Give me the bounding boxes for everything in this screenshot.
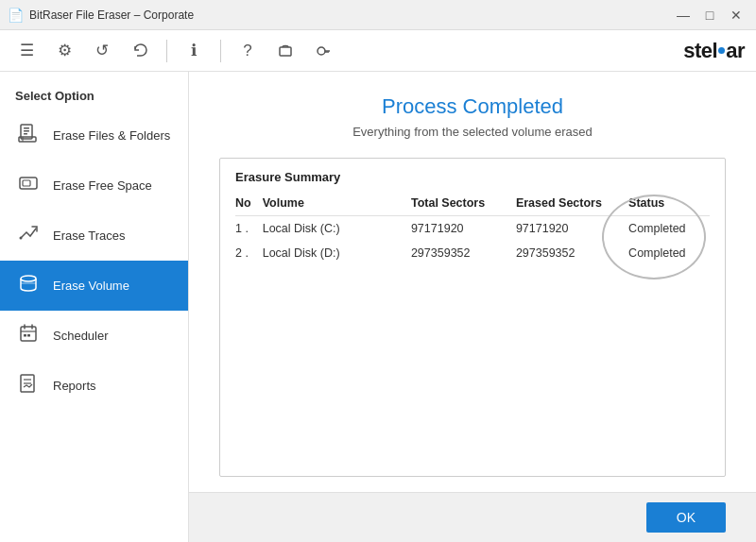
ok-button[interactable]: OK xyxy=(646,502,726,533)
brand-logo: stelar xyxy=(683,39,745,63)
sidebar-item-erase-traces[interactable]: Erase Traces xyxy=(0,211,188,261)
sidebar-item-label-erase-traces: Erase Traces xyxy=(53,229,126,243)
svg-rect-13 xyxy=(21,327,36,341)
title-bar: 📄 BitRaser File Eraser – Corporate — □ ✕ xyxy=(0,0,756,30)
reports-icon xyxy=(15,372,42,399)
svg-point-11 xyxy=(21,276,36,281)
sidebar-item-label-erase-files: Erase Files & Folders xyxy=(53,128,170,143)
svg-point-1 xyxy=(318,47,325,55)
key-button[interactable] xyxy=(308,36,338,66)
toolbar-separator-2 xyxy=(220,40,221,62)
erase-free-space-icon xyxy=(15,172,42,199)
title-bar-left: 📄 BitRaser File Eraser – Corporate xyxy=(8,8,194,23)
minimize-button[interactable]: — xyxy=(671,5,696,25)
svg-rect-0 xyxy=(280,47,291,56)
erasure-summary-title: Erasure Summary xyxy=(235,170,710,184)
svg-rect-3 xyxy=(24,127,29,129)
cell-total-0: 97171920 xyxy=(411,216,516,242)
col-header-erased: Erased Sectors xyxy=(516,194,628,216)
svg-rect-5 xyxy=(24,133,27,135)
key-icon xyxy=(315,42,332,59)
erase-volume-icon xyxy=(15,272,42,299)
maximize-button[interactable]: □ xyxy=(697,5,722,25)
cell-no-0: 1 . xyxy=(235,216,263,242)
settings-button[interactable]: ⚙ xyxy=(49,36,79,66)
sidebar-item-erase-free-space[interactable]: Erase Free Space xyxy=(0,161,188,211)
erasure-table: No Volume Total Sectors Erased Sectors S… xyxy=(235,194,710,265)
scheduler-icon xyxy=(15,322,42,349)
hamburger-button[interactable]: ☰ xyxy=(11,36,42,66)
info-button[interactable]: ℹ xyxy=(179,36,209,66)
svg-rect-17 xyxy=(24,334,26,337)
table-row: 1 . Local Disk (C:) 97171920 97171920 Co… xyxy=(235,216,710,242)
cell-no-1: 2 . xyxy=(235,241,263,265)
sidebar-item-label-erase-volume: Erase Volume xyxy=(53,279,129,293)
refresh-button[interactable]: ↺ xyxy=(87,36,117,66)
cell-total-1: 297359352 xyxy=(411,241,516,265)
brand-dot xyxy=(718,47,725,54)
main-layout: Select Option Erase Files & Folders xyxy=(0,72,756,542)
cart-icon xyxy=(277,42,294,59)
toolbar: ☰ ⚙ ↺ ℹ ? stelar xyxy=(0,30,756,72)
footer: OK xyxy=(189,492,756,542)
svg-rect-9 xyxy=(23,180,30,186)
content-area: Process Completed Everything from the se… xyxy=(189,72,756,542)
svg-rect-4 xyxy=(24,130,29,132)
cell-volume-0: Local Disk (C:) xyxy=(263,216,411,242)
title-bar-controls: — □ ✕ xyxy=(671,5,748,25)
erase-files-icon xyxy=(15,122,42,149)
svg-point-10 xyxy=(20,237,23,240)
sidebar-section-label: Select Option xyxy=(0,79,188,110)
table-header-row: No Volume Total Sectors Erased Sectors S… xyxy=(235,194,710,216)
col-header-total: Total Sectors xyxy=(411,194,516,216)
app-icon: 📄 xyxy=(8,8,24,23)
erase-traces-icon xyxy=(15,222,42,249)
cell-volume-1: Local Disk (D:) xyxy=(263,241,411,265)
sidebar-item-label-scheduler: Scheduler xyxy=(53,329,109,343)
cell-status-1: Completed xyxy=(628,241,710,265)
sidebar: Select Option Erase Files & Folders xyxy=(0,72,189,542)
sidebar-item-reports[interactable]: Reports xyxy=(0,361,188,411)
table-row: 2 . Local Disk (D:) 297359352 297359352 … xyxy=(235,241,710,265)
svg-rect-18 xyxy=(27,334,30,337)
sidebar-item-label-reports: Reports xyxy=(53,379,96,393)
title-bar-text: BitRaser File Eraser – Corporate xyxy=(29,8,194,22)
sidebar-item-label-erase-free-space: Erase Free Space xyxy=(53,178,152,193)
cell-erased-1: 297359352 xyxy=(516,241,628,265)
help-button[interactable]: ? xyxy=(232,36,263,66)
content: Process Completed Everything from the se… xyxy=(189,72,756,492)
sidebar-item-scheduler[interactable]: Scheduler xyxy=(0,311,188,361)
process-subtitle: Everything from the selected volume eras… xyxy=(219,125,726,139)
toolbar-separator-1 xyxy=(166,40,167,62)
cell-status-0: Completed xyxy=(628,216,710,242)
sidebar-item-erase-files[interactable]: Erase Files & Folders xyxy=(0,110,188,161)
cell-erased-0: 97171920 xyxy=(516,216,628,242)
close-button[interactable]: ✕ xyxy=(724,5,748,25)
sidebar-item-erase-volume[interactable]: Erase Volume xyxy=(0,261,188,311)
process-title: Process Completed xyxy=(219,94,726,119)
col-header-status: Status xyxy=(628,194,710,216)
col-header-no: No xyxy=(235,194,263,216)
col-header-volume: Volume xyxy=(263,194,411,216)
undo-button[interactable] xyxy=(125,36,155,66)
undo-icon xyxy=(131,42,148,59)
cart-button[interactable] xyxy=(270,36,301,66)
erasure-summary-box: Erasure Summary No Volume Total Sectors … xyxy=(219,158,726,477)
